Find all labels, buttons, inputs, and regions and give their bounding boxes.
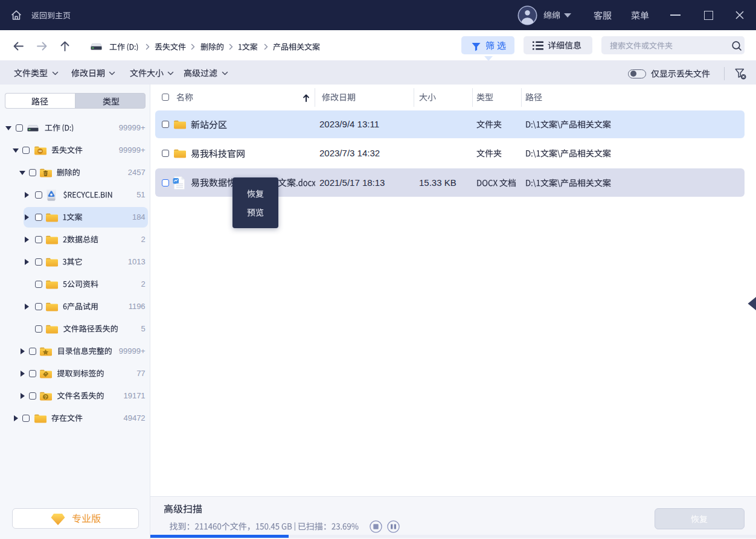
- svg-text:?: ?: [44, 394, 47, 400]
